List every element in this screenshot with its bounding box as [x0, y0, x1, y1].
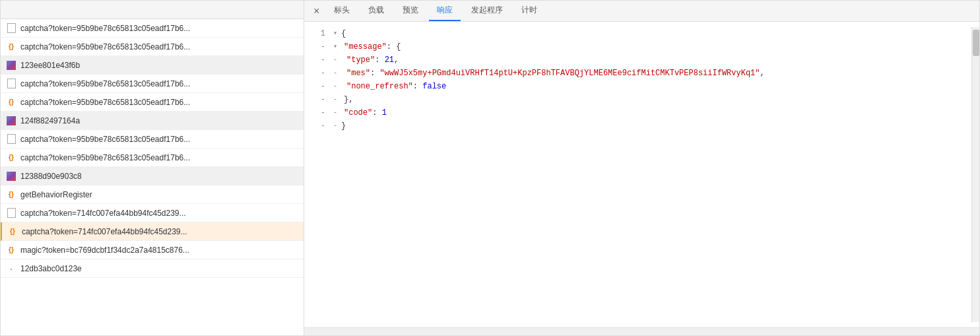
list-item-label: captcha?token=95b9be78c65813c05eadf17b6.…	[20, 42, 298, 51]
json-line: -"none_refresh": false	[331, 80, 971, 93]
list-item-label: captcha?token=95b9be78c65813c05eadf17b6.…	[20, 24, 298, 33]
list-item[interactable]: {}captcha?token=95b9be78c65813c05eadf17b…	[1, 93, 304, 112]
list-item[interactable]: ·12db3abc0d123e	[1, 259, 304, 278]
list-item-label: captcha?token=714fc007efa44bb94fc45d239.…	[20, 209, 298, 218]
json-colon: :	[370, 67, 379, 80]
collapse-placeholder: -	[331, 95, 340, 104]
line-number: -	[304, 53, 325, 67]
vertical-scrollbar[interactable]	[971, 27, 979, 322]
left-panel: captcha?token=95b9be78c65813c05eadf17b6.…	[1, 1, 304, 335]
list-item[interactable]: 12388d90e903c8	[1, 167, 304, 185]
json-icon: {}	[6, 189, 16, 200]
scrollbar-thumb[interactable]	[973, 30, 979, 56]
json-brace: ,	[760, 67, 765, 80]
horizontal-scrollbar[interactable]	[304, 327, 979, 335]
collapse-placeholder: -	[331, 82, 340, 91]
list-item-label: getBehaviorRegister	[20, 190, 298, 199]
json-icon: {}	[6, 97, 16, 108]
json-icon: {}	[7, 226, 18, 237]
list-item[interactable]: captcha?token=95b9be78c65813c05eadf17b6.…	[1, 130, 304, 149]
request-list: captcha?token=95b9be78c65813c05eadf17b6.…	[1, 19, 304, 335]
list-item[interactable]: {}getBehaviorRegister	[1, 185, 304, 204]
image-icon	[6, 116, 16, 126]
tab-timing[interactable]: 计时	[513, 1, 545, 21]
list-item[interactable]: captcha?token=95b9be78c65813c05eadf17b6.…	[1, 75, 304, 93]
line-numbers: 1-------	[304, 27, 331, 322]
list-item-label: captcha?token=95b9be78c65813c05eadf17b6.…	[20, 135, 298, 144]
json-brace: {	[396, 40, 401, 53]
collapse-button[interactable]: ▾	[331, 29, 340, 38]
json-key: "mes"	[346, 67, 370, 80]
line-number: -	[304, 80, 325, 93]
json-string: "wwWJ5x5my+PGmd4uiVRHfT14ptU+KpzPF8hTFAV…	[379, 67, 760, 80]
collapse-button[interactable]: ▾	[331, 42, 340, 51]
json-line: -"type": 21,	[331, 53, 971, 67]
list-item-label: magic?token=bc769dcbf1f34dc2a7a4815c876.…	[20, 246, 298, 255]
json-colon: :	[413, 80, 422, 93]
collapse-placeholder: -	[331, 108, 340, 118]
line-number: -	[304, 119, 325, 133]
list-item-label: captcha?token=95b9be78c65813c05eadf17b6.…	[20, 153, 298, 162]
json-number: 21	[385, 53, 394, 67]
tab-preview[interactable]: 预览	[395, 1, 426, 21]
list-item[interactable]: 123ee801e43f6b	[1, 56, 304, 75]
list-item[interactable]: {}captcha?token=95b9be78c65813c05eadf17b…	[1, 38, 304, 56]
list-item[interactable]: captcha?token=714fc007efa44bb94fc45d239.…	[1, 204, 304, 222]
dot-icon: ·	[6, 263, 16, 274]
json-colon: :	[375, 53, 384, 67]
list-item-label: 12388d90e903c8	[20, 172, 298, 181]
list-item[interactable]: captcha?token=95b9be78c65813c05eadf17b6.…	[1, 19, 304, 38]
tab-payload[interactable]: 负载	[360, 1, 392, 21]
json-brace: {	[341, 27, 346, 40]
json-key: "none_refresh"	[346, 80, 413, 93]
json-line: -}	[331, 119, 971, 133]
tab-initiator[interactable]: 发起程序	[463, 1, 511, 21]
list-item[interactable]: {}captcha?token=714fc007efa44bb94fc45d23…	[1, 222, 304, 241]
line-number: -	[304, 67, 325, 80]
list-item-label: 12db3abc0d123e	[20, 264, 298, 273]
json-number: 1	[382, 106, 387, 119]
json-brace: }	[341, 119, 346, 133]
line-number: -	[304, 106, 325, 119]
tab-response[interactable]: 响应	[429, 1, 461, 21]
doc-icon	[6, 208, 16, 218]
list-item-label: captcha?token=95b9be78c65813c05eadf17b6.…	[20, 79, 298, 88]
close-button[interactable]: ×	[310, 4, 323, 18]
json-boolean: false	[422, 80, 446, 93]
json-brace: },	[344, 93, 353, 106]
doc-icon	[6, 23, 16, 34]
json-line: -"mes": "wwWJ5x5my+PGmd4uiVRHfT14ptU+Kpz…	[331, 67, 971, 80]
doc-icon	[6, 79, 16, 89]
tab-headers[interactable]: 标头	[326, 1, 358, 21]
right-panel: × 标头负载预览响应发起程序计时 1------- ▾{▾"message": …	[304, 1, 979, 335]
list-item-label: 123ee801e43f6b	[20, 61, 298, 70]
json-key: "code"	[344, 106, 372, 119]
json-colon: :	[387, 40, 396, 53]
json-colon: :	[372, 106, 381, 119]
json-line: -"code": 1	[331, 106, 971, 119]
json-content[interactable]: ▾{▾"message": {-"type": 21,-"mes": "wwWJ…	[331, 27, 971, 322]
json-icon: {}	[6, 152, 16, 163]
list-item[interactable]: {}magic?token=bc769dcbf1f34dc2a7a4815c87…	[1, 241, 304, 259]
list-header	[1, 1, 304, 19]
json-line: -},	[331, 93, 971, 106]
list-item-label: captcha?token=714fc007efa44bb94fc45d239.…	[22, 227, 298, 236]
json-brace: ,	[394, 53, 399, 67]
list-item-label: 124f882497164a	[20, 116, 298, 125]
json-key: "message"	[344, 40, 387, 53]
json-icon: {}	[6, 42, 16, 52]
list-item-label: captcha?token=95b9be78c65813c05eadf17b6.…	[20, 98, 298, 107]
list-item[interactable]: {}captcha?token=95b9be78c65813c05eadf17b…	[1, 149, 304, 167]
json-line: ▾{	[331, 27, 971, 40]
list-item[interactable]: 124f882497164a	[1, 112, 304, 130]
json-line: ▾"message": {	[331, 40, 971, 53]
image-icon	[6, 171, 16, 182]
main-container: captcha?token=95b9be78c65813c05eadf17b6.…	[0, 0, 980, 336]
collapse-placeholder: -	[331, 121, 340, 131]
doc-icon	[6, 134, 16, 145]
json-area: 1------- ▾{▾"message": {-"type": 21,-"me…	[304, 22, 979, 327]
tabs-bar: × 标头负载预览响应发起程序计时	[304, 1, 979, 22]
line-number: -	[304, 93, 325, 106]
line-number: -	[304, 40, 325, 53]
collapse-placeholder: -	[331, 55, 340, 65]
